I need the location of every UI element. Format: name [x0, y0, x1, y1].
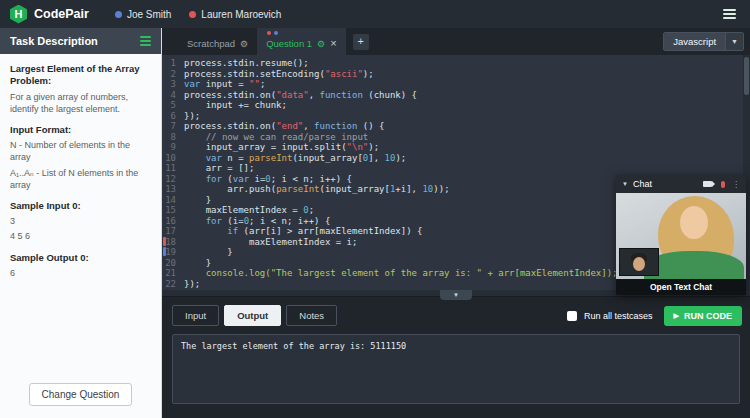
language-label: Javascript: [664, 33, 725, 50]
line-number: 17: [162, 226, 184, 237]
line-number: 11: [162, 163, 184, 174]
chat-header[interactable]: ▼ Chat ⋮: [616, 175, 746, 193]
code-text: maxElementIndex = i;: [184, 237, 357, 248]
line-number: 12: [162, 174, 184, 185]
code-text: }: [184, 195, 211, 206]
hamburger-menu-icon[interactable]: [719, 5, 740, 23]
section-text: 3: [10, 215, 151, 227]
line-number: 22: [162, 279, 184, 290]
close-icon[interactable]: ×: [330, 38, 336, 49]
code-line[interactable]: 7process.stdin.on("end", function () {: [162, 121, 750, 132]
app-title: CodePair: [34, 7, 89, 21]
video-camera-icon[interactable]: [703, 181, 712, 187]
code-text: }: [184, 247, 233, 258]
presence-dot: [274, 31, 278, 35]
line-number: 9: [162, 142, 184, 153]
code-text: // now we can read/parse input: [184, 132, 368, 143]
scrollbar-thumb[interactable]: [744, 57, 749, 95]
line-number: 3: [162, 79, 184, 90]
chat-panel: ▼ Chat ⋮ Open Text Chat: [616, 175, 746, 295]
presence-dot: [189, 11, 196, 18]
section-text: N - Number of elements in the array: [10, 139, 151, 163]
remote-cursor: [163, 237, 166, 246]
code-line[interactable]: 10 var n = parseInt(input_array[0], 10);: [162, 153, 750, 164]
presence-dot: [267, 31, 271, 35]
hackerrank-logo: H: [10, 5, 27, 24]
code-line[interactable]: 9 input_array = input.split("\n");: [162, 142, 750, 153]
tab-scratchpad[interactable]: Scratchpad⚙: [178, 28, 257, 55]
participant: Joe Smith: [115, 9, 171, 20]
run-code-label: RUN CODE: [684, 311, 732, 321]
line-number: 15: [162, 205, 184, 216]
code-text: for (i=0; i < n; i++) {: [184, 216, 330, 227]
code-line[interactable]: 4process.stdin.on("data", function (chun…: [162, 90, 750, 101]
remote-cursor: [163, 247, 166, 256]
line-number: 14: [162, 195, 184, 206]
section-text: A₁..Aₙ - List of N elements in the array: [10, 167, 151, 191]
line-number: 2: [162, 69, 184, 80]
code-line[interactable]: 6});: [162, 111, 750, 122]
video-person-face: [680, 206, 708, 239]
change-question-button[interactable]: Change Question: [29, 383, 133, 406]
code-line[interactable]: 11 arr = [];: [162, 163, 750, 174]
participants: Joe SmithLauren Maroevich: [115, 9, 282, 20]
add-tab-button[interactable]: +: [353, 34, 369, 50]
code-text: arr = [];: [184, 163, 254, 174]
open-text-chat-button[interactable]: Open Text Chat: [616, 279, 746, 295]
console-tab-input[interactable]: Input: [172, 305, 219, 326]
task-description-title: Task Description: [10, 35, 98, 47]
microphone-icon[interactable]: [721, 181, 725, 188]
code-text: input += chunk;: [184, 100, 287, 111]
collapse-console-handle[interactable]: ▼: [440, 290, 472, 300]
section-heading: Input Format:: [10, 124, 151, 136]
line-number: 7: [162, 121, 184, 132]
code-text: process.stdin.resume();: [184, 58, 309, 69]
code-line[interactable]: 3var input = "";: [162, 79, 750, 90]
code-text: });: [184, 279, 200, 290]
line-number: 21: [162, 268, 184, 279]
code-text: process.stdin.on("end", function () {: [184, 121, 385, 132]
language-select[interactable]: Javascript ▼: [663, 32, 744, 51]
run-area: Run all testcases ▶ RUN CODE: [567, 306, 742, 326]
video-person-shirt: [644, 251, 744, 279]
run-all-label: Run all testcases: [584, 311, 653, 321]
console-tab-notes[interactable]: Notes: [286, 305, 337, 326]
run-code-button[interactable]: ▶ RUN CODE: [664, 306, 742, 326]
console-bar: InputOutputNotes Run all testcases ▶ RUN…: [162, 297, 750, 326]
code-text: process.stdin.setEncoding("ascii");: [184, 69, 374, 80]
gear-icon[interactable]: ⚙: [317, 40, 325, 49]
line-number: 6: [162, 111, 184, 122]
code-line[interactable]: 5 input += chunk;: [162, 100, 750, 111]
code-text: var n = parseInt(input_array[0], 10);: [184, 153, 406, 164]
tab-label: Question 1: [266, 38, 312, 49]
chevron-down-icon: ▼: [725, 33, 743, 50]
section-text: For a given array of numbers, identify t…: [10, 91, 151, 115]
remote-video-feed: [616, 193, 746, 279]
console-tabs: InputOutputNotes: [172, 305, 337, 326]
code-line[interactable]: 8 // now we can read/parse input: [162, 132, 750, 143]
line-number: 13: [162, 184, 184, 195]
codepair-app: H CodePair Joe SmithLauren Maroevich Tas…: [0, 0, 750, 418]
section-text: 4 5 6: [10, 230, 151, 242]
console-tab-output[interactable]: Output: [224, 305, 281, 326]
more-options-icon[interactable]: ⋮: [732, 180, 740, 189]
code-line[interactable]: 2process.stdin.setEncoding("ascii");: [162, 69, 750, 80]
self-video-inset: [619, 248, 659, 276]
task-sidebar: Task Description Largest Element of the …: [0, 28, 162, 418]
code-text: arr.push(parseInt(input_array[1+i], 10))…: [184, 184, 450, 195]
editor-tabs: Scratchpad⚙Question 1⚙×: [178, 28, 346, 55]
code-text: input_array = input.split("\n");: [184, 142, 379, 153]
task-menu-icon[interactable]: [140, 36, 151, 46]
presence-dot: [115, 11, 122, 18]
run-all-checkbox[interactable]: [567, 311, 577, 321]
code-line[interactable]: 1process.stdin.resume();: [162, 58, 750, 69]
section-text: 6: [10, 267, 151, 279]
tab-question-1[interactable]: Question 1⚙×: [257, 28, 345, 55]
play-icon: ▶: [674, 312, 679, 319]
section-heading: Sample Input 0:: [10, 200, 151, 212]
code-text: });: [184, 111, 200, 122]
line-number: 16: [162, 216, 184, 227]
code-text: process.stdin.on("data", function (chunk…: [184, 90, 417, 101]
gear-icon[interactable]: ⚙: [240, 40, 248, 49]
editor-tabbar: Scratchpad⚙Question 1⚙× + Javascript ▼: [162, 28, 750, 55]
